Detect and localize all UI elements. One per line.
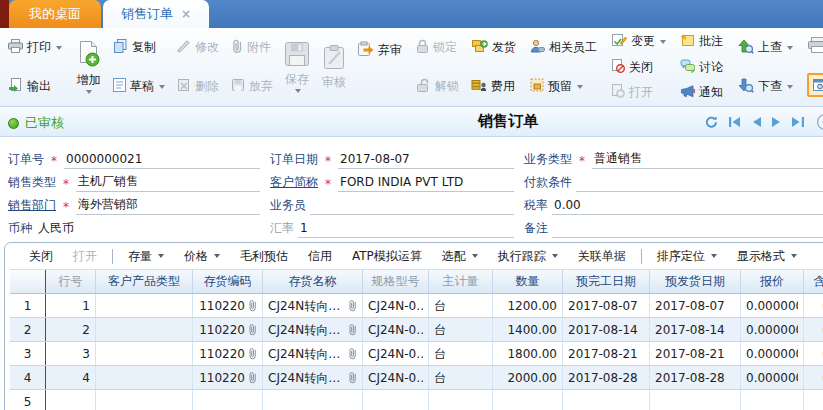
close-doc-button[interactable]: 关闭 bbox=[606, 58, 671, 77]
cell-pre_ship_date[interactable]: 2017-08-28 bbox=[650, 366, 741, 389]
column-header-tax_price[interactable]: 含 bbox=[804, 270, 823, 293]
cell-spec[interactable]: CJ24N-0… bbox=[363, 318, 429, 341]
cell-line_no[interactable]: 2 bbox=[46, 318, 96, 341]
cell-tax_price[interactable]: 0 bbox=[804, 318, 823, 341]
display-format-button[interactable]: 显示格式 bbox=[727, 247, 807, 266]
cell-inv_name[interactable]: CJ24N转向… bbox=[263, 294, 363, 317]
salesman-input[interactable] bbox=[310, 198, 514, 215]
cell-pre_ship_date[interactable]: 2017-08-21 bbox=[650, 342, 741, 365]
cell-cust_item_type[interactable] bbox=[96, 390, 193, 410]
cell-tax_price[interactable]: 0 bbox=[804, 366, 823, 389]
comment-button[interactable]: 批注 bbox=[675, 32, 728, 51]
refresh-icon[interactable] bbox=[704, 115, 719, 132]
cell-spec[interactable]: CJ24N-0… bbox=[363, 342, 429, 365]
table-row[interactable]: 22110220CJ24N转向…CJ24N-0…台1400.002017-08-… bbox=[10, 318, 823, 342]
cell-inv_code[interactable]: 110220 bbox=[193, 366, 263, 389]
deliver-button[interactable]: 发货 bbox=[466, 38, 521, 57]
column-header-spec[interactable]: 规格型号 bbox=[363, 270, 429, 293]
cell-cust_item_type[interactable] bbox=[96, 318, 193, 341]
table-row[interactable]: 11110220CJ24N转向…CJ24N-0…台1200.002017-08-… bbox=[10, 294, 823, 318]
cell-inv_code[interactable]: 110220 bbox=[193, 294, 263, 317]
exchange-rate-input[interactable]: 1 bbox=[298, 221, 514, 238]
cell-cust_item_type[interactable] bbox=[96, 294, 193, 317]
cell-pre_ship_date[interactable] bbox=[650, 390, 741, 410]
cell-sel[interactable]: 4 bbox=[10, 366, 46, 389]
locate-icon[interactable] bbox=[814, 113, 823, 134]
cell-line_no[interactable]: 4 bbox=[46, 366, 96, 389]
cell-inv_code[interactable]: 110220 bbox=[193, 342, 263, 365]
order-date-input[interactable]: 2017-08-07 bbox=[338, 152, 514, 169]
cell-pre_ship_date[interactable]: 2017-08-14 bbox=[650, 318, 741, 341]
cell-unit[interactable] bbox=[429, 390, 493, 410]
cell-tax_price[interactable]: 0 bbox=[804, 294, 823, 317]
table-row[interactable]: 33110220CJ24N转向…CJ24N-0…台1800.002017-08-… bbox=[10, 342, 823, 366]
trace-down-button[interactable]: 下查 bbox=[732, 77, 798, 97]
currency-input[interactable]: 人民币 bbox=[36, 220, 260, 238]
cell-tax_price[interactable]: 0 bbox=[804, 342, 823, 365]
draft-button[interactable]: 草稿 bbox=[108, 77, 170, 96]
cell-qty[interactable] bbox=[493, 390, 563, 410]
option-select-button[interactable]: 选配 bbox=[432, 247, 488, 266]
table-row[interactable]: 5 bbox=[10, 390, 823, 410]
cell-inv_code[interactable] bbox=[193, 390, 263, 410]
cell-qty[interactable]: 1800.00 bbox=[493, 342, 563, 365]
prev-record-icon[interactable] bbox=[751, 116, 762, 131]
column-header-pre_ship_date[interactable]: 预发货日期 bbox=[650, 270, 741, 293]
cell-quote[interactable]: 0.000000 bbox=[741, 318, 804, 341]
discuss-button[interactable]: 讨论 bbox=[675, 58, 728, 77]
cell-unit[interactable]: 台 bbox=[429, 294, 493, 317]
column-header-cust_item_type[interactable]: 客户产品类型 bbox=[96, 270, 193, 293]
cell-inv_code[interactable]: 110220 bbox=[193, 318, 263, 341]
customer-link[interactable]: 客户简称 bbox=[270, 174, 318, 192]
table-row[interactable]: 44110220CJ24N转向…CJ24N-0…台2000.002017-08-… bbox=[10, 366, 823, 390]
column-header-line_no[interactable]: 行号 bbox=[46, 270, 96, 293]
cell-quote[interactable] bbox=[741, 390, 804, 410]
column-header-quote[interactable]: 报价 bbox=[741, 270, 804, 293]
first-record-icon[interactable] bbox=[728, 116, 742, 131]
cell-sel[interactable]: 5 bbox=[10, 390, 46, 410]
related-docs-button[interactable]: 关联单据 bbox=[568, 247, 636, 266]
cell-pre_finish_date[interactable]: 2017-08-21 bbox=[563, 342, 650, 365]
biz-type-input[interactable]: 普通销售 bbox=[592, 150, 823, 169]
cell-qty[interactable]: 2000.00 bbox=[493, 366, 563, 389]
tax-rate-input[interactable]: 0.00 bbox=[552, 198, 823, 215]
credit-button[interactable]: 信用 bbox=[298, 247, 342, 266]
cell-spec[interactable]: CJ24N-0… bbox=[363, 294, 429, 317]
cell-pre_finish_date[interactable]: 2017-08-14 bbox=[563, 318, 650, 341]
trace-up-button[interactable]: 上查 bbox=[732, 38, 798, 58]
cell-unit[interactable]: 台 bbox=[429, 342, 493, 365]
cell-pre_finish_date[interactable] bbox=[563, 390, 650, 410]
cell-inv_name[interactable]: CJ24N转向… bbox=[263, 366, 363, 389]
cell-qty[interactable]: 1400.00 bbox=[493, 318, 563, 341]
detail-close-button[interactable]: 关闭 bbox=[19, 247, 63, 266]
cell-spec[interactable] bbox=[363, 390, 429, 410]
report-button[interactable] bbox=[802, 36, 823, 57]
related-staff-button[interactable]: 相关员工 bbox=[525, 38, 602, 57]
unaudit-button[interactable]: 弃审 bbox=[352, 40, 407, 60]
cell-cust_item_type[interactable] bbox=[96, 342, 193, 365]
order-no-input[interactable]: 0000000021 bbox=[64, 152, 260, 169]
column-header-inv_name[interactable]: 存货名称 bbox=[263, 270, 363, 293]
exec-trace-button[interactable]: 执行跟踪 bbox=[488, 247, 568, 266]
cell-inv_name[interactable]: CJ24N转向… bbox=[263, 342, 363, 365]
add-button[interactable]: 增加 bbox=[70, 28, 107, 106]
customer-input[interactable]: FORD INDIA PVT LTD bbox=[338, 175, 514, 192]
cell-pre_finish_date[interactable]: 2017-08-07 bbox=[563, 294, 650, 317]
next-record-icon[interactable] bbox=[771, 116, 782, 131]
column-header-qty[interactable]: 数量 bbox=[493, 270, 563, 293]
atp-simulation-button[interactable]: ATP模拟运算 bbox=[342, 247, 432, 266]
close-tab-icon[interactable]: × bbox=[181, 7, 191, 21]
cell-unit[interactable]: 台 bbox=[429, 366, 493, 389]
cell-unit[interactable]: 台 bbox=[429, 318, 493, 341]
remark-input[interactable] bbox=[552, 221, 823, 238]
last-record-icon[interactable] bbox=[791, 116, 805, 131]
cell-sel[interactable]: 1 bbox=[10, 294, 46, 317]
cell-quote[interactable]: 0.000000 bbox=[741, 366, 804, 389]
cell-quote[interactable]: 0.000000 bbox=[741, 342, 804, 365]
tab-my-desktop[interactable]: 我的桌面 bbox=[9, 0, 101, 28]
cell-line_no[interactable]: 3 bbox=[46, 342, 96, 365]
stock-button[interactable]: 存量 bbox=[118, 247, 174, 266]
cell-pre_ship_date[interactable]: 2017-08-07 bbox=[650, 294, 741, 317]
cell-quote[interactable]: 0.000000 bbox=[741, 294, 804, 317]
output-button[interactable]: 输出 bbox=[3, 77, 67, 96]
